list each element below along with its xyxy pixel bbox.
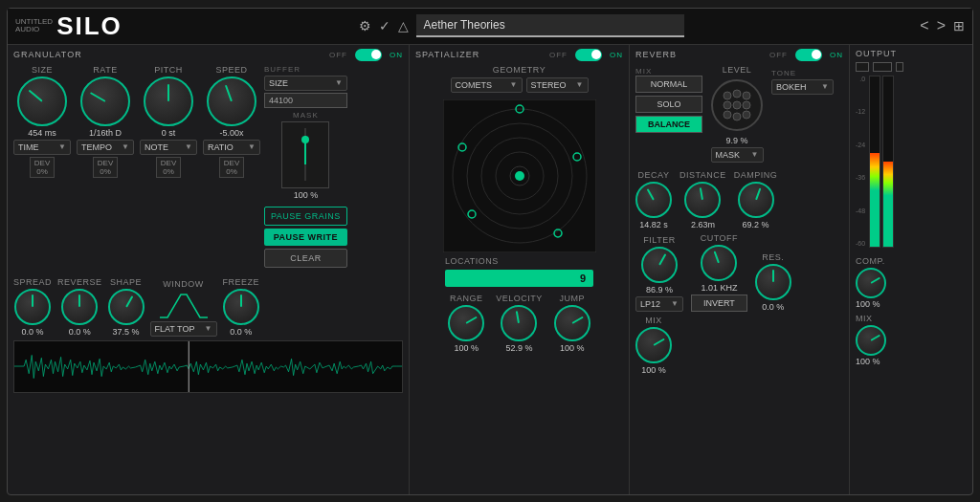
jump-label: JUMP (560, 294, 586, 303)
cutoff-knob[interactable] (701, 245, 737, 281)
pause-grains-button[interactable]: PAUSE GRAINS (264, 207, 347, 226)
pause-buttons-area: PAUSE GRAINS PAUSE WRITE CLEAR (264, 207, 347, 268)
distance-knob[interactable] (684, 182, 721, 218)
velocity-knob[interactable] (501, 305, 537, 341)
speed-knob[interactable] (207, 76, 256, 126)
range-value: 100 % (454, 343, 479, 353)
buffer-value: 44100 (264, 93, 347, 108)
level-label: LEVEL (723, 65, 752, 75)
freeze-knob-col: FREEZE 0.0 % (223, 277, 260, 337)
comp-knob[interactable] (856, 268, 886, 298)
buffer-label: BUFFER (264, 65, 347, 74)
res-knob[interactable] (755, 264, 791, 300)
balance-mix-button[interactable]: BALANCE (635, 116, 702, 133)
meter-left (869, 76, 880, 248)
spatializer-bottom-knobs: RANGE 100 % VELOCITY 52.9 % (448, 294, 590, 353)
shape-label: SHAPE (110, 277, 142, 287)
freeze-label: FREEZE (223, 277, 260, 287)
reverb-toggle-on: ON (830, 51, 843, 59)
reverb-mix-label: MIX (645, 316, 662, 325)
velocity-value: 52.9 % (505, 343, 532, 353)
spatializer-label: SPATIALIZER (415, 50, 479, 59)
speed-dev: DEV0% (219, 157, 244, 178)
freeze-value: 0.0 % (230, 327, 252, 337)
damping-knob[interactable] (738, 182, 774, 218)
granulator-top-area: SIZE 454 ms TIME ▼ DEV0% RATE (13, 65, 403, 268)
reverse-knob[interactable] (61, 289, 98, 325)
decay-knob[interactable] (635, 182, 672, 218)
logo-audio: AUDIO (15, 26, 53, 33)
reverb-toggle[interactable] (795, 49, 822, 61)
mix-section-label: MIX (635, 67, 652, 76)
buffer-type-dropdown[interactable]: SIZE ▼ (264, 76, 347, 91)
reverb-knobs-row1: DECAY 14.82 s DISTANCE 2.63m DAMPING (635, 170, 843, 229)
settings-icon[interactable]: ⚙ (359, 18, 371, 33)
spread-knob[interactable] (14, 289, 51, 325)
preset-name-bar: Aether Theories (416, 14, 684, 37)
rate-knob-col: RATE 1/16th D TEMPO ▼ DEV0% (77, 65, 134, 268)
filter-knob-col: FILTER 86.9 % LP12 ▼ (635, 235, 683, 312)
pitch-knob[interactable] (144, 76, 193, 126)
mask-area: MASK 100 % (264, 111, 347, 200)
reverb-mix-knob[interactable] (635, 327, 672, 363)
locations-bar[interactable]: 9 (445, 270, 593, 287)
prev-preset-button[interactable]: < (920, 17, 928, 34)
normal-mix-button[interactable]: NORMAL (635, 76, 702, 93)
clear-button[interactable]: CLEAR (264, 249, 347, 268)
locations-value: 9 (580, 273, 586, 284)
granulator-toggle[interactable] (355, 49, 382, 61)
granulator-section: GRANULATOR OFF ON SIZE 454 (8, 45, 410, 494)
output-mix-knob[interactable] (856, 325, 886, 356)
range-knob[interactable] (448, 305, 484, 341)
reverb-toggle-off: OFF (769, 51, 788, 59)
invert-button[interactable]: INVERT (691, 295, 747, 312)
velocity-label: VELOCITY (496, 294, 543, 303)
filter-type-dropdown[interactable]: LP12 ▼ (635, 296, 683, 312)
rate-dropdown[interactable]: TEMPO ▼ (77, 140, 134, 155)
spat-toggle-knob (591, 50, 601, 59)
speed-dropdown[interactable]: RATIO ▼ (203, 140, 260, 155)
output-mix-label: MIX (856, 314, 873, 323)
shape-knob[interactable] (108, 289, 145, 325)
solo-mix-button[interactable]: SOLO (635, 96, 702, 113)
geometry-mode-dropdown[interactable]: STEREO ▼ (526, 77, 589, 93)
size-dev: DEV0% (30, 157, 55, 178)
filter-knob[interactable] (641, 247, 678, 283)
size-knob[interactable] (17, 76, 67, 126)
speed-knob-col: SPEED -5.00x RATIO ▼ DEV0% (203, 65, 260, 268)
grid-view-button[interactable]: ⊞ (953, 18, 965, 33)
size-dropdown[interactable]: TIME ▼ (13, 140, 71, 155)
comp-label: COMP. (856, 256, 885, 266)
granulator-label: GRANULATOR (13, 50, 82, 59)
freeze-knob[interactable] (223, 289, 259, 325)
granulator-toggle-on: ON (390, 51, 403, 59)
main-content: GRANULATOR OFF ON SIZE 454 (8, 45, 972, 494)
top-bar-right: < > ⊞ (920, 17, 965, 34)
next-preset-button[interactable]: > (937, 17, 946, 34)
top-bar-center: ⚙ ✓ △ Aether Theories (122, 14, 921, 37)
mask-reverb-dropdown[interactable]: MASK ▼ (711, 147, 764, 163)
svg-point-21 (724, 111, 731, 119)
geometry-viz (443, 99, 596, 252)
range-label: RANGE (450, 294, 483, 303)
geometry-type-dropdown[interactable]: COMETS ▼ (451, 77, 523, 93)
geometry-controls: COMETS ▼ STEREO ▼ (451, 77, 589, 93)
pause-write-button[interactable]: PAUSE WRITE (264, 229, 347, 246)
level-value: 9.9 % (725, 136, 747, 145)
buffer-area: BUFFER SIZE ▼ 44100 (264, 65, 347, 108)
window-dropdown[interactable]: FLAT TOP ▼ (150, 321, 217, 337)
tone-dropdown[interactable]: BOKEH ▼ (771, 79, 834, 95)
upload-icon[interactable]: △ (398, 18, 409, 33)
damping-value: 69.2 % (743, 220, 769, 229)
rate-knob[interactable] (80, 76, 130, 126)
svg-point-19 (733, 101, 741, 109)
mix-buttons: NORMAL SOLO BALANCE (635, 76, 702, 133)
check-icon[interactable]: ✓ (379, 18, 390, 33)
channel-icon-3 (896, 62, 903, 72)
spatializer-toggle[interactable] (575, 49, 602, 61)
jump-knob[interactable] (554, 305, 590, 341)
pitch-dev: DEV0% (156, 157, 181, 178)
waveform-display (13, 340, 403, 393)
pitch-dropdown[interactable]: NOTE ▼ (140, 140, 197, 155)
jump-value: 100 % (560, 343, 585, 353)
